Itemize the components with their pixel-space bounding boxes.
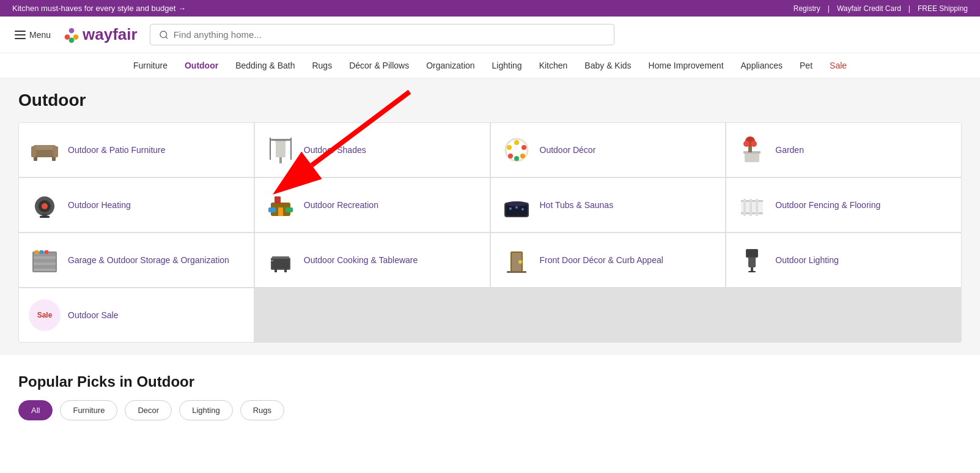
outdoor-fencing-label: Outdoor Fencing & Flooring	[775, 199, 880, 210]
category-garage-storage[interactable]: Garage & Outdoor Storage & Organization	[19, 233, 254, 287]
outdoor-fencing-icon	[736, 189, 768, 221]
svg-rect-67	[284, 269, 287, 272]
filter-decor[interactable]: Decor	[125, 400, 172, 420]
logo[interactable]: wayfair	[63, 25, 138, 44]
nav-furniture[interactable]: Furniture	[133, 61, 168, 70]
filter-row: All Furniture Decor Lighting Rugs	[18, 400, 962, 420]
svg-point-0	[69, 28, 75, 33]
category-patio-furniture[interactable]: Outdoor & Patio Furniture	[19, 123, 254, 177]
svg-rect-17	[271, 139, 290, 141]
svg-rect-19	[290, 138, 292, 160]
svg-point-3	[69, 37, 75, 43]
menu-button[interactable]: Menu	[15, 30, 51, 40]
nav-home-improvement[interactable]: Home Improvement	[649, 61, 724, 70]
category-hot-tubs[interactable]: Hot Tubs & Saunas	[491, 178, 726, 232]
svg-rect-16	[279, 157, 282, 163]
svg-rect-64	[272, 259, 289, 269]
svg-rect-40	[268, 207, 276, 212]
sale-icon: Sale	[29, 299, 61, 331]
svg-point-46	[509, 207, 512, 210]
category-outdoor-decor[interactable]: Outdoor Décor	[491, 123, 726, 177]
svg-rect-60	[35, 250, 39, 254]
credit-card-link[interactable]: Wayfair Credit Card	[837, 4, 901, 13]
svg-point-2	[73, 34, 79, 40]
outdoor-lighting-icon	[736, 244, 768, 276]
nav-outdoor[interactable]: Outdoor	[185, 61, 218, 70]
nav-organization[interactable]: Organization	[426, 61, 474, 70]
top-banner-links: Registry | Wayfair Credit Card | FREE Sh…	[794, 4, 968, 13]
svg-point-23	[520, 154, 525, 158]
nav-pet[interactable]: Pet	[800, 61, 812, 70]
promo-text[interactable]: Kitchen must-haves for every style and b…	[12, 4, 186, 13]
svg-rect-53	[750, 199, 752, 216]
outdoor-shades-icon	[265, 134, 297, 166]
category-garden[interactable]: Garden	[726, 123, 961, 177]
nav-baby[interactable]: Baby & Kids	[584, 61, 631, 70]
svg-point-71	[518, 260, 522, 264]
svg-rect-75	[747, 250, 757, 256]
outdoor-section-title: Outdoor	[18, 91, 962, 110]
free-shipping-link[interactable]: FREE Shipping	[918, 4, 968, 13]
svg-rect-41	[286, 207, 293, 212]
svg-rect-59	[34, 265, 56, 269]
svg-point-24	[514, 156, 519, 161]
search-input[interactable]	[174, 29, 605, 40]
nav-sale[interactable]: Sale	[830, 61, 847, 70]
nav-decor[interactable]: Décor & Pillows	[349, 61, 409, 70]
logo-text: wayfair	[83, 25, 138, 44]
popular-section-title: Popular Picks in Outdoor	[18, 373, 962, 390]
filter-all[interactable]: All	[18, 400, 53, 420]
nav-bedding[interactable]: Bedding & Bath	[235, 61, 295, 70]
svg-rect-58	[34, 259, 56, 263]
svg-line-5	[166, 37, 168, 39]
registry-link[interactable]: Registry	[794, 4, 820, 13]
category-outdoor-fencing[interactable]: Outdoor Fencing & Flooring	[726, 178, 961, 232]
nav-kitchen[interactable]: Kitchen	[539, 61, 568, 70]
svg-rect-14	[276, 140, 286, 157]
category-grid: Outdoor & Patio Furniture Outdoor Shades…	[18, 122, 962, 343]
garage-storage-label: Garage & Outdoor Storage & Organization	[68, 255, 229, 266]
category-outdoor-shades[interactable]: Outdoor Shades	[255, 123, 490, 177]
outdoor-cooking-icon	[265, 244, 297, 276]
svg-point-26	[507, 145, 512, 150]
category-front-door[interactable]: Front Door Décor & Curb Appeal	[491, 233, 726, 287]
svg-rect-65	[272, 256, 289, 259]
outdoor-heating-icon	[29, 189, 61, 221]
nav-appliances[interactable]: Appliances	[741, 61, 783, 70]
category-outdoor-sale[interactable]: Sale Outdoor Sale	[19, 288, 254, 342]
outdoor-heating-label: Outdoor Heating	[68, 199, 131, 210]
nav-lighting[interactable]: Lighting	[492, 61, 522, 70]
svg-point-48	[521, 208, 524, 210]
svg-rect-62	[45, 250, 48, 254]
outdoor-decor-icon	[501, 134, 532, 166]
outdoor-sale-label: Outdoor Sale	[68, 310, 119, 321]
garden-label: Garden	[775, 144, 804, 155]
outdoor-lighting-label: Outdoor Lighting	[775, 255, 839, 266]
filter-rugs[interactable]: Rugs	[240, 400, 284, 420]
patio-furniture-icon	[29, 134, 61, 166]
category-outdoor-lighting[interactable]: Outdoor Lighting	[726, 233, 961, 287]
category-outdoor-recreation[interactable]: Outdoor Recreation	[255, 178, 490, 232]
svg-rect-66	[274, 269, 277, 272]
category-outdoor-heating[interactable]: Outdoor Heating	[19, 178, 254, 232]
svg-rect-27	[745, 152, 759, 162]
search-icon	[159, 30, 169, 40]
garden-icon	[736, 134, 768, 166]
svg-point-31	[743, 141, 750, 147]
nav-rugs[interactable]: Rugs	[312, 61, 332, 70]
menu-label: Menu	[29, 30, 51, 40]
svg-rect-13	[53, 146, 58, 157]
svg-rect-9	[34, 145, 56, 150]
svg-rect-68	[271, 260, 273, 261]
outdoor-recreation-icon	[265, 189, 297, 221]
svg-rect-52	[743, 199, 746, 216]
header: Menu wayfair	[0, 17, 980, 53]
svg-rect-61	[40, 250, 43, 254]
svg-point-45	[506, 201, 528, 206]
category-outdoor-cooking[interactable]: Outdoor Cooking & Tableware	[255, 233, 490, 287]
filter-lighting[interactable]: Lighting	[179, 400, 233, 420]
popular-section: Popular Picks in Outdoor All Furniture D…	[0, 355, 980, 433]
svg-rect-12	[31, 146, 36, 157]
main-nav: Furniture Outdoor Bedding & Bath Rugs Dé…	[0, 53, 980, 78]
filter-furniture[interactable]: Furniture	[60, 400, 117, 420]
